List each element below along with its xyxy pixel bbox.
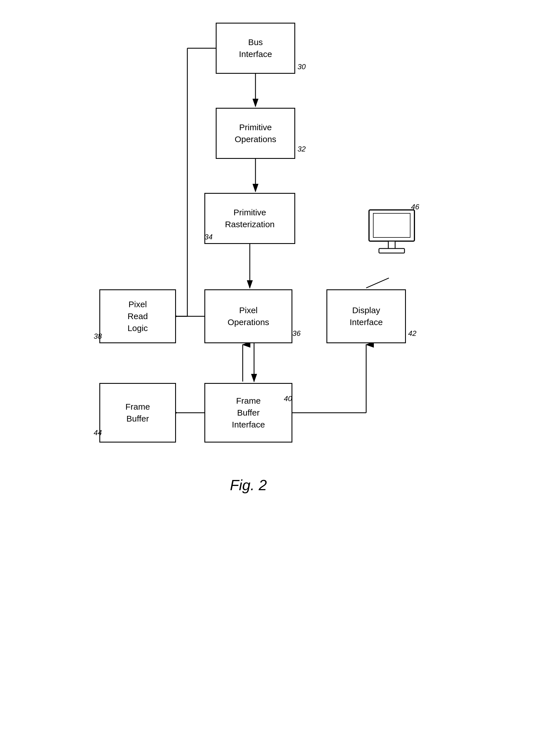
svg-rect-20	[379, 249, 405, 253]
frame-buffer-label: Frame Buffer	[125, 401, 150, 425]
figure-label: Fig. 2	[230, 477, 267, 494]
svg-rect-18	[373, 213, 410, 237]
bus-interface-number: 30	[298, 62, 306, 71]
pixel-read-logic-label: Pixel Read Logic	[127, 298, 148, 334]
monitor-icon: 46	[363, 204, 420, 267]
svg-text:46: 46	[411, 204, 419, 211]
svg-rect-19	[388, 241, 395, 249]
bus-interface-label: Bus Interface	[239, 36, 272, 60]
display-interface-number: 42	[408, 329, 416, 338]
display-interface-label: Display Interface	[350, 304, 383, 328]
frame-buffer-number: 44	[94, 428, 102, 437]
primitive-operations-number: 32	[298, 145, 306, 153]
pixel-read-logic-block: Pixel Read Logic	[99, 289, 176, 343]
frame-buffer-interface-label: Frame Buffer Interface	[232, 395, 265, 431]
svg-line-16	[366, 278, 389, 288]
frame-buffer-interface-block: Frame Buffer Interface	[204, 383, 293, 443]
display-interface-block: Display Interface	[327, 289, 406, 343]
pixel-read-logic-number: 38	[94, 332, 102, 341]
primitive-operations-label: Primitive Operations	[235, 121, 277, 145]
primitive-rasterization-block: Primitive Rasterization	[204, 193, 295, 244]
pixel-operations-block: Pixel Operations	[204, 289, 293, 343]
bus-interface-block: Bus Interface	[216, 23, 295, 74]
primitive-operations-block: Primitive Operations	[216, 108, 295, 159]
primitive-rasterization-number: 34	[204, 233, 212, 241]
pixel-operations-label: Pixel Operations	[228, 304, 269, 328]
pixel-operations-number: 36	[293, 329, 301, 338]
primitive-rasterization-label: Primitive Rasterization	[225, 207, 275, 230]
frame-buffer-interface-number: 40	[284, 394, 292, 403]
frame-buffer-block: Frame Buffer	[99, 383, 176, 443]
